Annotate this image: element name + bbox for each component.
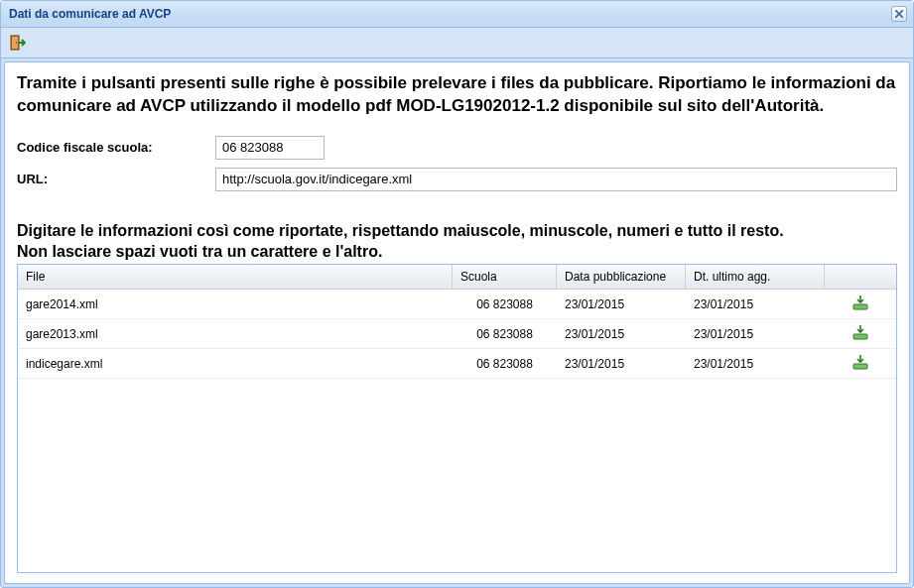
cell-data: 23/01/2015 bbox=[557, 293, 686, 316]
col-header-download bbox=[825, 265, 896, 289]
cell-agg: 23/01/2015 bbox=[686, 322, 825, 346]
input-codice-fiscale[interactable] bbox=[215, 136, 325, 160]
col-header-agg[interactable]: Dt. ultimo agg. bbox=[686, 265, 825, 289]
cell-scuola: 06 823088 bbox=[453, 293, 557, 316]
cell-data: 23/01/2015 bbox=[557, 322, 686, 346]
input-url[interactable] bbox=[215, 168, 897, 191]
cell-file: gare2014.xml bbox=[18, 293, 453, 316]
download-button[interactable] bbox=[852, 294, 868, 310]
download-button[interactable] bbox=[852, 324, 868, 340]
dialog-window: Dati da comunicare ad AVCP Tramite i pul… bbox=[0, 0, 914, 588]
cell-data: 23/01/2015 bbox=[557, 352, 686, 376]
title-bar: Dati da comunicare ad AVCP bbox=[1, 1, 913, 28]
grid-header: File Scuola Data pubblicazione Dt. ultim… bbox=[18, 265, 896, 290]
svg-rect-4 bbox=[853, 334, 867, 339]
svg-rect-3 bbox=[853, 304, 867, 309]
row-codice-fiscale: Codice fiscale scuola: bbox=[17, 136, 897, 160]
close-icon bbox=[895, 10, 903, 18]
dialog-body: Tramite i pulsanti presenti sulle righe … bbox=[4, 61, 910, 584]
col-header-data[interactable]: Data pubblicazione bbox=[557, 265, 686, 289]
col-header-file[interactable]: File bbox=[18, 265, 453, 289]
svg-rect-5 bbox=[853, 364, 867, 369]
cell-file: gare2013.xml bbox=[18, 322, 453, 346]
files-grid: File Scuola Data pubblicazione Dt. ultim… bbox=[17, 264, 897, 573]
download-button[interactable] bbox=[852, 354, 868, 370]
table-row: gare2013.xml 06 823088 23/01/2015 23/01/… bbox=[18, 319, 896, 349]
download-icon bbox=[852, 354, 868, 370]
row-url: URL: bbox=[17, 168, 897, 191]
cell-download bbox=[825, 319, 896, 348]
cell-file: indicegare.xml bbox=[18, 352, 453, 376]
cell-agg: 23/01/2015 bbox=[686, 352, 825, 376]
cell-download bbox=[825, 349, 896, 378]
download-icon bbox=[852, 324, 868, 340]
door-exit-icon bbox=[8, 34, 26, 52]
instructions-line-1: Digitare le informazioni così come ripor… bbox=[17, 221, 897, 242]
svg-point-2 bbox=[16, 42, 18, 44]
label-url: URL: bbox=[17, 172, 215, 186]
table-row: indicegare.xml 06 823088 23/01/2015 23/0… bbox=[18, 349, 896, 379]
exit-button[interactable] bbox=[5, 31, 29, 55]
close-button[interactable] bbox=[891, 6, 907, 22]
table-row: gare2014.xml 06 823088 23/01/2015 23/01/… bbox=[18, 290, 896, 319]
label-codice-fiscale: Codice fiscale scuola: bbox=[17, 140, 215, 155]
cell-download bbox=[825, 290, 896, 318]
window-title: Dati da comunicare ad AVCP bbox=[9, 7, 171, 21]
cell-agg: 23/01/2015 bbox=[686, 293, 825, 316]
toolbar bbox=[1, 28, 913, 59]
grid-body: gare2014.xml 06 823088 23/01/2015 23/01/… bbox=[18, 290, 896, 572]
instructions-line-2: Non lasciare spazi vuoti tra un caratter… bbox=[17, 242, 897, 263]
cell-scuola: 06 823088 bbox=[453, 352, 557, 376]
col-header-scuola[interactable]: Scuola bbox=[453, 265, 557, 289]
intro-text: Tramite i pulsanti presenti sulle righe … bbox=[17, 72, 897, 118]
download-icon bbox=[852, 294, 868, 310]
cell-scuola: 06 823088 bbox=[453, 322, 557, 346]
